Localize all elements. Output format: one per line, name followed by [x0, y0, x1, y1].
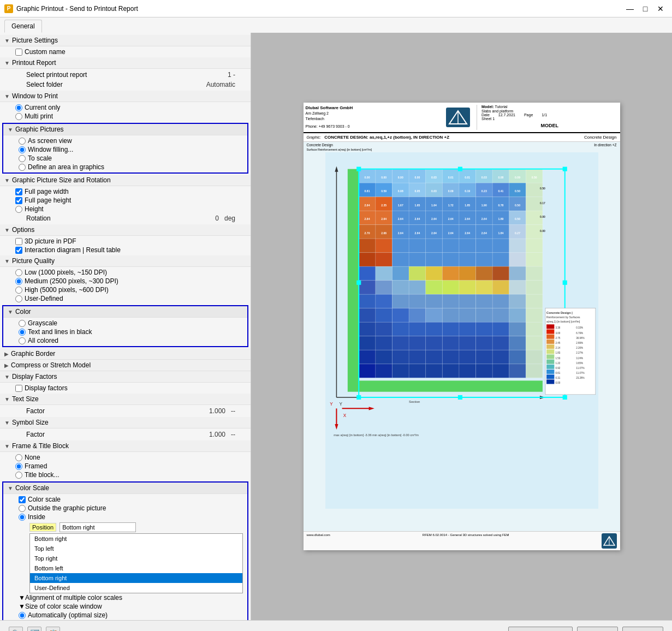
- full-page-width-label[interactable]: Full page width: [15, 188, 69, 195]
- none-radio[interactable]: [15, 454, 22, 461]
- frame-title-header[interactable]: ▼ Frame & Title Block: [0, 440, 251, 452]
- height-label[interactable]: Height: [15, 205, 44, 213]
- text-lines-black-label[interactable]: Text and lines in black: [19, 328, 92, 336]
- title-block-radio[interactable]: [15, 472, 22, 479]
- picture-settings-header[interactable]: ▼ Picture Settings: [0, 35, 251, 46]
- title-bar-title: Graphic Printout - Send to Printout Repo…: [16, 5, 138, 13]
- pic-quality-header[interactable]: ▼ Picture Quality: [0, 255, 251, 267]
- ok-button[interactable]: OK: [577, 627, 618, 632]
- title-bar-buttons[interactable]: — □ ✕: [623, 3, 668, 15]
- height-radio[interactable]: [15, 206, 22, 213]
- outside-graphic-radio[interactable]: [19, 505, 26, 512]
- cancel-button[interactable]: Cancel: [622, 627, 663, 632]
- option-bottom-right-1[interactable]: Bottom right: [30, 534, 242, 544]
- color-scale-checkbox-label[interactable]: Color scale: [19, 496, 61, 503]
- minimize-button[interactable]: —: [623, 3, 637, 15]
- svg-rect-286: [546, 340, 554, 344]
- pic-size-header[interactable]: ▼ Graphic Picture Size and Rotation: [0, 175, 251, 186]
- svg-text:0.27: 0.27: [515, 231, 520, 235]
- outside-graphic-label[interactable]: Outside the graphic picture: [19, 504, 106, 512]
- current-only-radio[interactable]: [15, 104, 22, 111]
- title-block-label[interactable]: Title block...: [15, 471, 60, 479]
- quality-high-radio[interactable]: [15, 287, 22, 294]
- svg-text:3.00: 3.00: [555, 332, 560, 335]
- text-size-label: Text Size: [12, 395, 39, 403]
- text-lines-black-radio[interactable]: [19, 329, 26, 336]
- graphic-border-header[interactable]: ▶ Graphic Border: [0, 348, 251, 360]
- full-page-width-checkbox[interactable]: [15, 188, 22, 195]
- symbol-size-header[interactable]: ▼ Symbol Size: [0, 417, 251, 428]
- none-label[interactable]: None: [15, 454, 40, 461]
- grayscale-label[interactable]: Grayscale: [19, 319, 57, 327]
- option-top-left[interactable]: Top left: [30, 544, 242, 553]
- options-header[interactable]: ▼ Options: [0, 224, 251, 236]
- to-scale-radio[interactable]: [19, 155, 26, 162]
- graphic-pictures-header[interactable]: ▼ Graphic Pictures: [3, 124, 247, 135]
- search-button[interactable]: 🔍: [9, 627, 23, 632]
- svg-text:0.33%: 0.33%: [576, 326, 583, 329]
- interaction-label[interactable]: Interaction diagram | Result table: [15, 246, 121, 254]
- display-factors-checkbox[interactable]: [15, 385, 22, 392]
- maximize-button[interactable]: □: [638, 3, 652, 15]
- refresh-button[interactable]: 🔄: [27, 627, 41, 632]
- page-footer: www.dlubal.com RFEM 6.02.0014 - General …: [304, 531, 620, 550]
- quality-medium-label[interactable]: Medium (2500 pixels, ~300 DPI): [15, 277, 118, 285]
- inside-label[interactable]: Inside: [19, 513, 45, 521]
- framed-radio[interactable]: [15, 463, 22, 470]
- pdf-3d-label[interactable]: 3D picture in PDF: [15, 237, 76, 245]
- save-and-show-button[interactable]: Save and Show: [508, 627, 573, 632]
- option-bottom-left[interactable]: Bottom left: [30, 563, 242, 573]
- full-page-height-checkbox[interactable]: [15, 197, 22, 204]
- pdf-3d-checkbox[interactable]: [15, 238, 22, 245]
- color-scale-header[interactable]: ▼ Color Scale: [3, 483, 247, 494]
- position-dropdown[interactable]: Bottom right Top left Top right Bottom l…: [60, 522, 136, 532]
- multi-print-radio[interactable]: [15, 113, 22, 120]
- to-scale-label[interactable]: To scale: [19, 154, 52, 162]
- quality-user-radio[interactable]: [15, 295, 22, 302]
- multi-print-label[interactable]: Multi print: [15, 112, 53, 120]
- display-factors-header[interactable]: ▼ Display Factors: [0, 371, 251, 383]
- page-value: 1/1: [542, 113, 547, 117]
- define-area-radio[interactable]: [19, 164, 26, 171]
- inside-radio[interactable]: [19, 514, 26, 521]
- export-button[interactable]: 📋: [46, 627, 60, 632]
- option-user-defined[interactable]: User-Defined: [30, 583, 242, 593]
- quality-low-label[interactable]: Low (1000 pixels, ~150 DPI): [15, 269, 107, 276]
- printout-report-header[interactable]: ▼ Printout Report: [0, 57, 251, 69]
- as-screen-view-label[interactable]: As screen view: [19, 137, 72, 145]
- framed-label[interactable]: Framed: [15, 462, 47, 470]
- define-area-label[interactable]: Define an area in graphics: [19, 163, 104, 171]
- grayscale-radio[interactable]: [19, 320, 26, 327]
- close-button[interactable]: ✕: [653, 3, 668, 15]
- option-bottom-right-selected[interactable]: Bottom right: [30, 573, 242, 583]
- auto-size-radio[interactable]: [19, 612, 26, 619]
- quality-user-label[interactable]: User-Defined: [15, 295, 63, 302]
- tab-general[interactable]: General: [4, 20, 42, 33]
- select-printout-row: Select printout report 1 -: [11, 70, 251, 80]
- all-colored-label[interactable]: All colored: [19, 337, 58, 344]
- current-only-label[interactable]: Current only: [15, 104, 60, 111]
- window-filling-radio[interactable]: [19, 146, 26, 153]
- color-scale-checkbox[interactable]: [19, 496, 26, 503]
- option-top-right[interactable]: Top right: [30, 553, 242, 563]
- display-factors-checkbox-label[interactable]: Display factors: [15, 384, 68, 392]
- all-colored-radio[interactable]: [19, 337, 26, 344]
- window-filling-label[interactable]: Window filling...: [19, 146, 73, 153]
- expand-icon: ▼: [4, 38, 10, 44]
- as-screen-view-radio[interactable]: [19, 138, 26, 145]
- interaction-checkbox[interactable]: [15, 247, 22, 254]
- color-header[interactable]: ▼ Color: [3, 306, 247, 318]
- svg-rect-89: [509, 266, 526, 281]
- quality-high-label[interactable]: High (5000 pixels, ~600 DPI): [15, 286, 109, 294]
- custom-name-checkbox[interactable]: [15, 49, 22, 56]
- custom-name-label[interactable]: Custom name: [15, 48, 66, 56]
- svg-text:3.24%: 3.24%: [576, 357, 583, 360]
- compress-stretch-header[interactable]: ▶ Compress or Stretch Model: [0, 360, 251, 371]
- quality-low-radio[interactable]: [15, 269, 22, 276]
- text-size-header[interactable]: ▼ Text Size: [0, 394, 251, 405]
- svg-rect-301: [546, 365, 554, 369]
- window-to-print-header[interactable]: ▼ Window to Print: [0, 91, 251, 102]
- full-page-height-label[interactable]: Full page height: [15, 197, 71, 204]
- quality-medium-radio[interactable]: [15, 278, 22, 285]
- auto-size-label[interactable]: Automatically (optimal size): [19, 611, 108, 619]
